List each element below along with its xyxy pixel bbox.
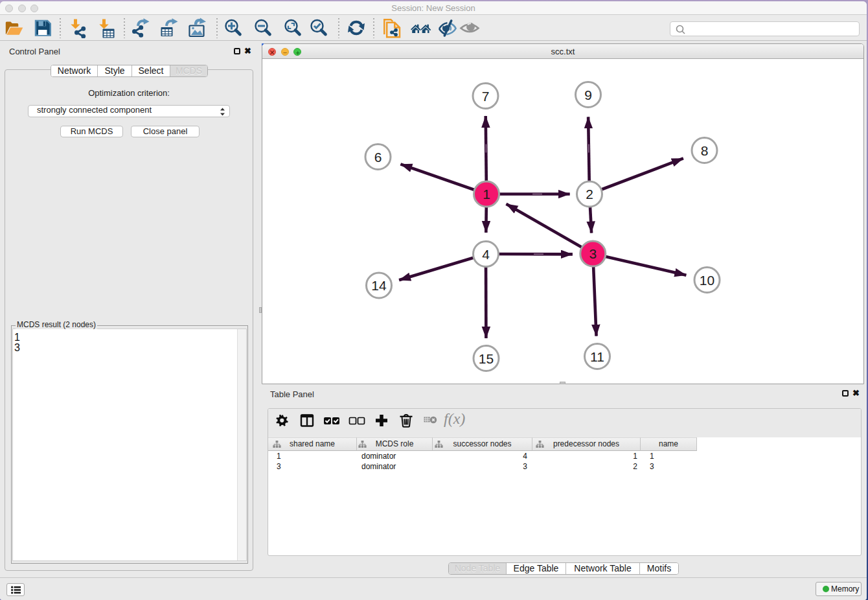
- svg-text:4: 4: [482, 247, 490, 262]
- svg-text:6: 6: [374, 150, 382, 165]
- svg-text:9: 9: [584, 87, 592, 102]
- svg-text:2: 2: [586, 187, 593, 202]
- svg-text:10: 10: [700, 273, 714, 288]
- svg-text:3: 3: [589, 246, 597, 261]
- svg-text:7: 7: [482, 89, 490, 104]
- svg-text:8: 8: [701, 143, 709, 158]
- svg-text:14: 14: [371, 278, 387, 293]
- svg-text:1: 1: [483, 187, 490, 202]
- svg-text:15: 15: [479, 351, 494, 366]
- svg-text:11: 11: [590, 349, 604, 364]
